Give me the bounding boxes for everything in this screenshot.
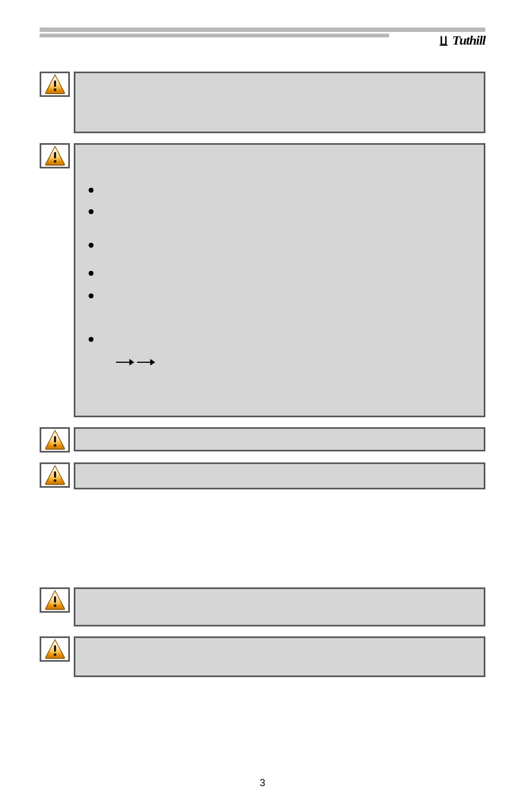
- callout-row: [40, 462, 485, 489]
- callout-icon-box: [40, 462, 70, 488]
- callout-row: [40, 636, 485, 677]
- callout-text-box: [74, 462, 485, 489]
- arrow-list: [116, 358, 156, 382]
- warning-icon: [44, 74, 66, 95]
- warning-icon: [44, 465, 66, 486]
- warning-icon: [44, 145, 66, 166]
- callout-icon-box: [40, 72, 70, 97]
- header-rule: Tuthill: [40, 28, 485, 37]
- bullet-icon: [89, 209, 94, 214]
- content-area: [40, 72, 485, 677]
- right-arrow-icon: [116, 358, 135, 366]
- bullet-icon: [89, 293, 94, 298]
- callout-row: [40, 427, 485, 453]
- callout-text-box: [74, 143, 485, 417]
- bullet-list: [89, 188, 94, 363]
- callout-icon-box: [40, 587, 70, 613]
- warning-icon: [44, 429, 66, 450]
- rule-top: [40, 28, 485, 32]
- page-number: 3: [0, 777, 525, 789]
- callout-text-box: [74, 427, 485, 451]
- callout-text-box: [74, 72, 485, 133]
- callout-text-box: [74, 636, 485, 677]
- brand-name: Tuthill: [452, 33, 485, 48]
- tuthill-mark-icon: [438, 35, 450, 47]
- warning-icon: [44, 639, 66, 660]
- callout-row: [40, 587, 485, 626]
- bullet-icon: [89, 243, 94, 248]
- bullet-icon: [89, 337, 94, 342]
- callout-icon-box: [40, 427, 70, 453]
- callout-icon-box: [40, 636, 70, 662]
- bullet-icon: [89, 271, 94, 276]
- bullet-icon: [89, 188, 94, 193]
- callout-icon-box: [40, 143, 70, 168]
- right-arrow-icon: [137, 358, 156, 366]
- rule-bottom: [40, 34, 389, 37]
- callout-text-box: [74, 587, 485, 626]
- callout-row: [40, 143, 485, 417]
- warning-icon: [44, 590, 66, 611]
- brand-logo: Tuthill: [438, 33, 485, 48]
- callout-row: [40, 72, 485, 133]
